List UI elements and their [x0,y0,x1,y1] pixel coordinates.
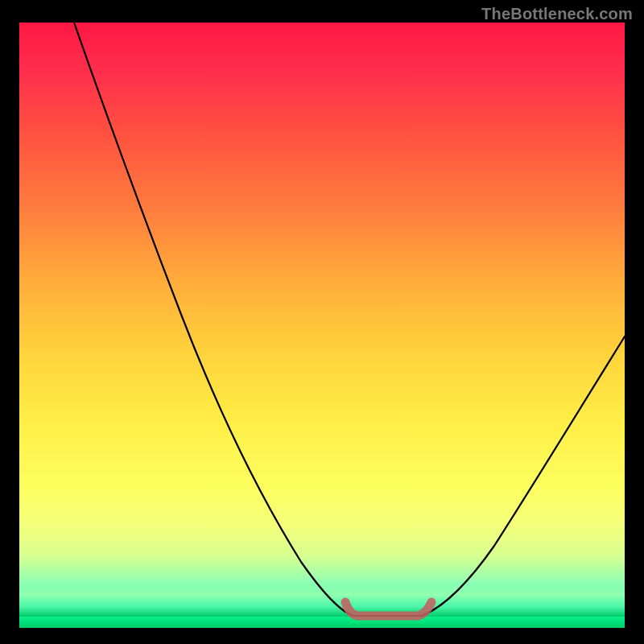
bottleneck-curve [74,23,625,616]
chart-frame: TheBottleneck.com [0,0,644,644]
curve-layer [19,23,625,628]
watermark-text: TheBottleneck.com [481,5,633,23]
plot-area [19,23,625,628]
optimal-valley-marker [345,602,431,616]
